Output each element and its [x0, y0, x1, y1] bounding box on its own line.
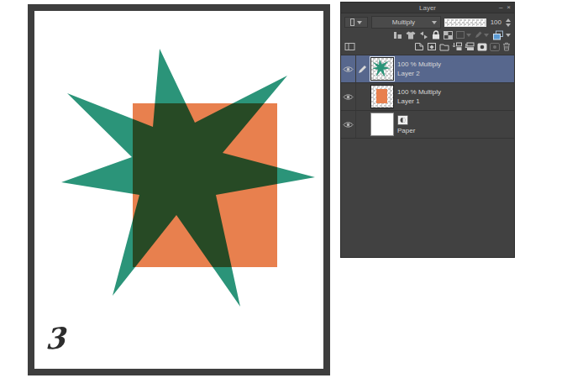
- layer-name: Layer 2: [397, 71, 514, 77]
- layer-blend-info: 100 % Multiply: [397, 61, 514, 68]
- shirt-icon: [406, 31, 416, 39]
- new-layer-icon: [414, 42, 424, 51]
- chevron-down-icon: [466, 34, 471, 37]
- layer-commands-row: [341, 40, 514, 53]
- arrow-down-icon: [506, 24, 511, 27]
- lock-layer-button[interactable]: [432, 30, 440, 39]
- lock-icon: [432, 30, 440, 39]
- square-icon: [350, 18, 354, 26]
- layer-panel: Layer – × Multiply 100: [340, 2, 515, 258]
- create-mask-button[interactable]: [477, 43, 487, 51]
- square-icon: [456, 31, 465, 39]
- new-folder-button[interactable]: [439, 43, 449, 51]
- merge-down-button[interactable]: [465, 42, 475, 51]
- layer-palette-dropdown[interactable]: [492, 30, 511, 40]
- checkered-square-icon: [444, 31, 453, 39]
- chevron-down-icon: [484, 34, 489, 37]
- palette-layout-button[interactable]: [344, 42, 355, 51]
- canvas-artboard[interactable]: 3: [28, 4, 330, 375]
- layer-blend-info: 100 % Multiply: [397, 89, 514, 96]
- visibility-toggle[interactable]: [343, 66, 354, 73]
- panel-title: Layer: [419, 4, 436, 12]
- eye-icon: [343, 66, 354, 73]
- apply-mask-button[interactable]: [490, 43, 500, 51]
- layer-thumbnail[interactable]: [370, 85, 394, 108]
- blend-opacity-row: Multiply 100: [341, 13, 514, 29]
- transfer-down-icon: [452, 42, 462, 51]
- paper-icon: [397, 115, 408, 125]
- star-shape: [61, 49, 315, 307]
- enable-mask-button[interactable]: [444, 31, 453, 39]
- visibility-toggle[interactable]: [343, 93, 354, 101]
- opacity-stepper[interactable]: [506, 18, 511, 27]
- new-vector-layer-button[interactable]: [427, 42, 437, 51]
- arrow-up-icon: [506, 18, 511, 22]
- panel-titlebar: Layer – ×: [341, 3, 514, 13]
- page-number: 3: [45, 321, 66, 356]
- merge-down-icon: [465, 42, 475, 51]
- double-arrow-icon: [419, 31, 428, 39]
- transfer-down-button[interactable]: [452, 42, 462, 51]
- layers-icon: [492, 30, 504, 40]
- folder-icon: [439, 43, 449, 51]
- blend-mode-select[interactable]: Multiply: [371, 16, 441, 29]
- palette-color-button[interactable]: [344, 17, 368, 28]
- layer-mask-icon: [477, 43, 487, 51]
- delete-layer-button[interactable]: [502, 42, 511, 51]
- new-raster-layer-button[interactable]: [414, 42, 424, 51]
- trash-icon: [502, 42, 511, 51]
- close-button[interactable]: ×: [507, 3, 511, 12]
- panel-layout-icon: [344, 42, 355, 51]
- clip-icon: [393, 31, 402, 39]
- layer-name: Paper: [397, 128, 514, 134]
- layer-toggles-row: [341, 29, 514, 40]
- pen-dropdown[interactable]: [475, 31, 489, 39]
- layer-list: 100 % Multiply Layer 2: [341, 55, 514, 139]
- new-vector-layer-icon: [427, 42, 437, 51]
- eye-icon: [343, 93, 354, 101]
- layer-name: Layer 1: [397, 98, 514, 105]
- lock-transparent-pixels-button[interactable]: [419, 31, 428, 39]
- chevron-down-icon: [357, 21, 362, 24]
- opacity-slider[interactable]: [444, 18, 486, 27]
- apply-mask-icon: [490, 43, 500, 51]
- draft-layer-button[interactable]: [406, 31, 416, 39]
- layer-row-layer1[interactable]: 100 % Multiply Layer 1: [341, 83, 514, 111]
- layer-row-layer2[interactable]: 100 % Multiply Layer 2: [341, 55, 514, 83]
- reference-layer-dropdown[interactable]: [456, 31, 471, 39]
- layer-row-paper[interactable]: Paper: [341, 111, 514, 139]
- minimize-button[interactable]: –: [499, 3, 502, 12]
- star-thumbnail-icon: [371, 58, 391, 78]
- blend-mode-value: Multiply: [375, 18, 432, 27]
- artwork: [34, 11, 323, 369]
- layer-thumbnail[interactable]: [370, 113, 394, 136]
- visibility-toggle[interactable]: [343, 121, 354, 129]
- pencil-icon: [358, 65, 367, 74]
- workspace: 3 Layer – × Multiply 100: [0, 0, 588, 378]
- clip-to-layer-button[interactable]: [393, 31, 402, 39]
- pen-icon: [475, 31, 482, 39]
- layer-thumbnail[interactable]: [370, 57, 394, 81]
- opacity-value: 100: [490, 18, 501, 26]
- chevron-down-icon: [432, 21, 437, 24]
- chevron-down-icon: [506, 34, 511, 37]
- eye-icon: [343, 121, 354, 129]
- square-thumbnail-icon: [376, 89, 387, 103]
